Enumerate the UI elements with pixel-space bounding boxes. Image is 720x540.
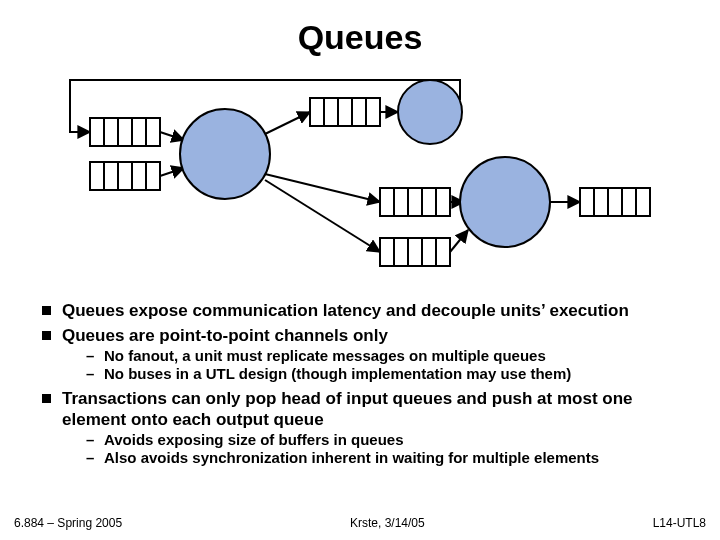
footer-center: Krste, 3/14/05 bbox=[350, 516, 425, 530]
unit-node bbox=[180, 109, 270, 199]
sub-item: Avoids exposing size of buffers in queue… bbox=[62, 431, 690, 450]
svg-rect-0 bbox=[90, 118, 160, 146]
unit-node bbox=[398, 80, 462, 144]
sub-list: No fanout, a unit must replicate message… bbox=[62, 347, 690, 385]
queue-icon bbox=[580, 188, 650, 216]
arrow bbox=[265, 180, 380, 252]
queue-icon bbox=[90, 162, 160, 190]
footer-left: 6.884 – Spring 2005 bbox=[14, 516, 122, 530]
svg-rect-5 bbox=[90, 162, 160, 190]
arrow bbox=[265, 174, 380, 202]
bullet-item: Queues are point-to-point channels onlyN… bbox=[40, 325, 690, 384]
queue-icon bbox=[380, 188, 450, 216]
sub-list: Avoids exposing size of buffers in queue… bbox=[62, 431, 690, 469]
slide: Queues Queues expose communication laten… bbox=[0, 0, 720, 540]
slide-title: Queues bbox=[0, 18, 720, 57]
sub-item: No fanout, a unit must replicate message… bbox=[62, 347, 690, 366]
slide-body: Queues expose communication latency and … bbox=[40, 300, 690, 472]
queue-icon bbox=[90, 118, 160, 146]
bullet-item: Queues expose communication latency and … bbox=[40, 300, 690, 321]
svg-rect-20 bbox=[380, 238, 450, 266]
bullet-text: Transactions can only pop head of input … bbox=[62, 389, 633, 429]
arrow bbox=[160, 168, 184, 176]
footer-right: L14-UTL8 bbox=[653, 516, 706, 530]
bullet-text: Queues expose communication latency and … bbox=[62, 301, 629, 320]
unit-node bbox=[460, 157, 550, 247]
queue-icon bbox=[380, 238, 450, 266]
arrow bbox=[265, 112, 310, 134]
sub-item: Also avoids synchronization inherent in … bbox=[62, 449, 690, 468]
bullet-text: Queues are point-to-point channels only bbox=[62, 326, 388, 345]
bullet-list: Queues expose communication latency and … bbox=[40, 300, 690, 468]
svg-rect-10 bbox=[310, 98, 380, 126]
arrow bbox=[160, 132, 184, 140]
arrow bbox=[450, 230, 468, 252]
svg-rect-15 bbox=[380, 188, 450, 216]
sub-item: No buses in a UTL design (though impleme… bbox=[62, 365, 690, 384]
bullet-item: Transactions can only pop head of input … bbox=[40, 388, 690, 468]
queue-diagram bbox=[60, 70, 660, 280]
queue-icon bbox=[310, 98, 380, 126]
svg-rect-25 bbox=[580, 188, 650, 216]
slide-footer: 6.884 – Spring 2005 Krste, 3/14/05 L14-U… bbox=[14, 516, 706, 530]
